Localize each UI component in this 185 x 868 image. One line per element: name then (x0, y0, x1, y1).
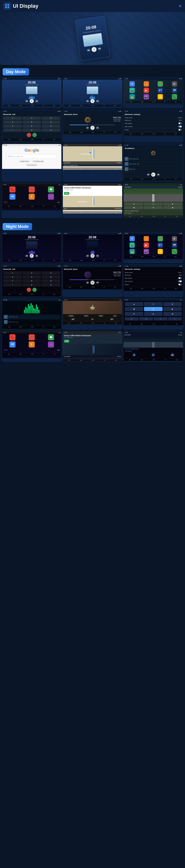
prev-btn-2[interactable]: ◀◀ (86, 99, 89, 102)
song-item-3[interactable]: ♪ 花之月.mp3 (125, 167, 182, 172)
night-app-phone[interactable]: 📞 (172, 249, 177, 254)
app-bt[interactable]: BT (158, 88, 163, 93)
bt-prev[interactable]: ◀◀ (86, 126, 89, 129)
night-app-camera[interactable]: 📷 (144, 249, 149, 254)
key-2[interactable]: 2 (23, 117, 41, 120)
night-app-nav[interactable]: 🗺 (172, 243, 177, 248)
google-search-btn[interactable]: Google Search (19, 160, 31, 163)
nav-ctrl-6[interactable]: ▶ (163, 206, 182, 209)
cp-phone-app[interactable]: 📞 (9, 186, 16, 192)
key-0[interactable]: 0 (23, 128, 41, 132)
app-settings[interactable]: ⚙ (172, 81, 177, 87)
social-prev[interactable]: ◀◀ (147, 173, 150, 176)
night-prev-2[interactable]: ◀◀ (86, 254, 89, 257)
nnav-5[interactable]: ⊚ (144, 307, 162, 311)
night-media-btn-4[interactable]: SD (113, 315, 117, 317)
night-app-voicecar[interactable]: 🚗 (130, 243, 135, 248)
ncp-maps[interactable]: 🗺 (9, 341, 16, 347)
play-btn[interactable]: ⏸ (30, 99, 34, 103)
night-mc2-3[interactable]: ▶▶ (110, 318, 114, 320)
nnav-3[interactable]: ⊕ (163, 302, 182, 306)
cp-messages-app[interactable]: 💬 (48, 186, 54, 192)
nkey-4[interactable]: 4 (3, 275, 22, 279)
ncp-phone[interactable]: 📞 (9, 334, 16, 340)
cp-more-app[interactable]: ⋯ (48, 194, 54, 200)
app-nav[interactable]: 🗺 (172, 88, 177, 93)
answer-call-btn[interactable]: 📞 (32, 133, 36, 137)
google-search-bar[interactable]: 🔍 Search or type URL (6, 154, 57, 158)
night-app-bt[interactable]: BT (158, 243, 163, 248)
nnav-b3[interactable]: N (154, 317, 167, 320)
night-song-item-1[interactable]: ♪ 华乐_37938_.mp3 (3, 315, 60, 319)
app-phone[interactable]: 📞 (172, 94, 177, 99)
night-flower-toggle[interactable] (178, 284, 182, 285)
nkey-hash[interactable]: # (42, 283, 60, 286)
night-song-item-2[interactable]: ♪ 华乐_35_938_.mp3 (3, 320, 60, 324)
auto-connect-toggle[interactable] (178, 126, 182, 127)
ncp-messages[interactable]: 💬 (48, 334, 54, 340)
night-media-btn-1[interactable]: 1080P (68, 315, 74, 317)
poi-go-btn[interactable]: GO (64, 192, 69, 195)
app-telegram[interactable]: ✈ (130, 81, 135, 87)
app-camera[interactable]: 📷 (144, 94, 149, 99)
key-6[interactable]: 6 (42, 121, 60, 124)
nnav-8[interactable]: ⊗ (144, 312, 162, 316)
end-call-btn[interactable]: 📞 (27, 133, 31, 137)
nnav-1[interactable]: ▲ (125, 302, 143, 306)
night-road-btn-next[interactable]: ▶▶ (171, 353, 175, 357)
bt-play[interactable]: ⏸ (90, 126, 95, 130)
night-bt-play[interactable]: ⏸ (90, 281, 95, 285)
night-prev-1[interactable]: ◀◀ (25, 254, 28, 257)
night-app-settings[interactable]: ⚙ (172, 236, 177, 241)
nav-menu-icon[interactable]: ≡ (179, 3, 182, 9)
nnav-2[interactable]: ⊙ (144, 302, 162, 306)
night-end-call[interactable]: 📞 (27, 288, 31, 292)
app-star[interactable]: ⭐ (158, 94, 163, 99)
app-video[interactable]: ▶ (144, 88, 149, 93)
bt-next[interactable]: ▶▶ (96, 126, 99, 129)
nkey-8[interactable]: 8 (23, 279, 41, 283)
night-play-1[interactable]: ⏸ (30, 254, 34, 258)
nkey-7[interactable]: 7 (3, 279, 22, 283)
nav-ctrl-1[interactable]: ▲ (125, 203, 143, 206)
night-app-video[interactable]: ▶ (144, 243, 149, 248)
nnav-b4[interactable]: S (168, 317, 182, 320)
cp-maps-app[interactable]: 🗺 (9, 194, 16, 200)
key-star[interactable]: * (3, 128, 22, 132)
song-item-2[interactable]: ♪ 华乐_35_938_.mp3 (125, 162, 182, 167)
key-9[interactable]: 9 (42, 124, 60, 128)
app-maps[interactable]: 📍 (158, 81, 163, 87)
night-mc2-2[interactable]: ▶ (91, 318, 94, 320)
nnav-7[interactable]: ▼ (125, 312, 143, 316)
ncp-podcast[interactable]: 🎙 (29, 341, 35, 347)
nnav-b1[interactable]: 2D (125, 317, 138, 320)
night-app-telegram[interactable]: ✈ (130, 236, 135, 241)
key-1[interactable]: 1 (3, 117, 22, 120)
nnav-4[interactable]: ◀ (125, 307, 143, 311)
social-play[interactable]: ▶ (151, 173, 155, 177)
hero-play-btn[interactable]: ⏸ (91, 46, 97, 52)
night-road-btn-play[interactable]: ▶ (151, 353, 155, 357)
night-play-2[interactable]: ⏸ (90, 254, 95, 258)
night-app-maps[interactable]: 📍 (158, 236, 163, 241)
nkey-star[interactable]: * (3, 283, 22, 286)
flower-toggle[interactable] (178, 129, 182, 131)
night-next-1[interactable]: ▶▶ (35, 254, 38, 257)
nkey-0[interactable]: 0 (23, 283, 41, 286)
night-road-btn-prev[interactable]: ◀ (132, 353, 136, 357)
night-media-btn-3[interactable]: 480P (98, 315, 103, 317)
nkey-1[interactable]: 1 (3, 271, 22, 275)
prev-btn[interactable]: ◀◀ (25, 99, 28, 102)
night-app-music[interactable]: ♪ (144, 236, 149, 241)
nav-ctrl-4[interactable]: ◀ (125, 206, 143, 209)
key-4[interactable]: 4 (3, 121, 22, 124)
nkey-3[interactable]: 3 (42, 271, 60, 275)
nkey-5[interactable]: 5 (23, 275, 41, 279)
google-lucky-btn[interactable]: I'm Feeling Lucky (31, 160, 45, 163)
night-bt-next[interactable]: ▶▶ (96, 281, 99, 284)
night-poi-go-btn[interactable]: GO (64, 340, 69, 343)
play-btn-2[interactable]: ⏸ (90, 99, 95, 103)
hero-next-btn[interactable]: ▶▶ (98, 47, 102, 51)
night-app-radio[interactable]: 📻 (130, 249, 135, 254)
nkey-2[interactable]: 2 (23, 271, 41, 275)
